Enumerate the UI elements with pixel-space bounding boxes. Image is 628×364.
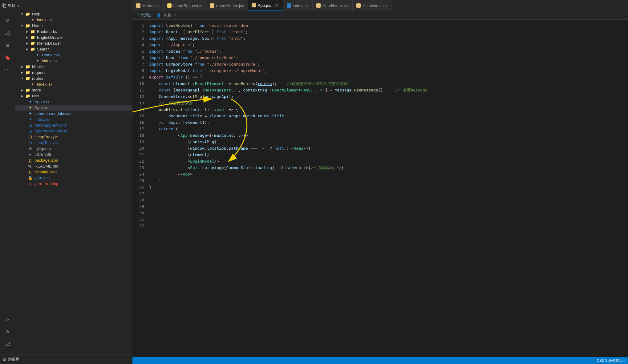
- tab-appjsx-label: App.jsx: [258, 3, 271, 8]
- file-reportwebvitals-label: reportWebVitals.ts: [34, 129, 67, 133]
- file-readme-label: README.md: [34, 164, 58, 168]
- folder-englishdrawer[interactable]: ▶ 📁 EnglishDrawer: [15, 34, 132, 40]
- code-line-20: document.title = element.props.match.rou…: [148, 113, 628, 119]
- file-tsconfig[interactable]: {} tsconfig.json: [15, 169, 132, 175]
- file-license[interactable]: ≡ LICENSE: [15, 152, 132, 157]
- file-common-css-label: common.module.css: [34, 111, 71, 116]
- file-help-index[interactable]: ✦ index.jsx: [15, 17, 132, 23]
- status-bar-text: CSDN @仰晨556: [597, 358, 626, 363]
- lock-file-icon: 🔒: [27, 176, 33, 180]
- code-line-9: import LoginModal from "./compontets/Log…: [148, 67, 628, 74]
- tab-icon-homerequest: [167, 3, 172, 8]
- tab-headindex[interactable]: Head\index.jsx: [313, 0, 353, 11]
- folder-bookmarks[interactable]: ▶ 📁 Bookmarks: [15, 29, 132, 34]
- file-readme[interactable]: M↓ README.md: [15, 163, 132, 169]
- folder-memodrawer[interactable]: ▶ 📁 MemoDrawer: [15, 40, 132, 46]
- bookmark-activity-icon[interactable]: 🔖: [2, 52, 13, 63]
- git-activity-icon[interactable]: ⎇: [2, 338, 13, 349]
- folder-icon-routes: 📁: [25, 76, 31, 81]
- ts-file-icon-report: ⊡: [27, 129, 33, 133]
- json-file-icon-ts: {}: [27, 170, 33, 174]
- folder-open-icon: 📁: [25, 12, 31, 16]
- tab-routesindex-label: routes\index.jsx: [216, 3, 244, 8]
- folder-home[interactable]: ▼ 📁 Home: [15, 23, 132, 29]
- file-explorer: ▼ 📁 Help ✦ index.jsx ▼ 📁 Home: [15, 11, 132, 364]
- code-line-6: import routes from "./routes";: [148, 48, 628, 55]
- project-label: 项目: [8, 3, 16, 8]
- folder-icon-englishdrawer: 📁: [30, 35, 36, 40]
- file-setupproxy[interactable]: ⊡ setupProxy.js: [15, 134, 132, 140]
- tab-memo[interactable]: Memo.jsx: [132, 0, 164, 11]
- file-gitignore[interactable]: ⊘ .gitignore: [15, 146, 132, 152]
- folder-memodrawer-label: MemoDrawer: [37, 41, 61, 46]
- folder-mobile[interactable]: ▶ 📁 Mobile: [15, 64, 132, 70]
- code-info-bar: 2 个用法 👤 仰晨 +1: [132, 11, 628, 20]
- tab-icon-memo: [136, 3, 140, 8]
- code-editor: 12345 678910 1112131415 1617181920 21222…: [132, 20, 628, 364]
- arrow-help: ▼: [20, 12, 25, 16]
- tab-memo-label: Memo.jsx: [142, 3, 160, 8]
- file-react-app-env[interactable]: ⊡ react-app-env.d.ts: [15, 122, 132, 128]
- file-index-tsx[interactable]: ✦ index.tsx: [15, 116, 132, 122]
- folder-utils-label: utils: [32, 94, 39, 98]
- file-reportwebvitals[interactable]: ⊡ reportWebVitals.ts: [15, 128, 132, 134]
- tab-routesindex[interactable]: routes\index.jsx: [206, 0, 248, 11]
- folder-icon-store: 📁: [25, 88, 31, 92]
- file-yarn-lock-label: yarn.lock: [34, 176, 51, 180]
- folder-icon-search: 📁: [30, 47, 36, 51]
- file-appjsx[interactable]: ✦ App.jsx: [15, 105, 132, 111]
- ts-file-icon-env: ⊡: [27, 123, 33, 127]
- user-icon: 👤: [156, 13, 161, 18]
- file-yarn-lock[interactable]: 🔒 yarn.lock: [15, 175, 132, 181]
- file-package-json[interactable]: {} package.json: [15, 157, 132, 163]
- file-common-css[interactable]: ✦ common.module.css: [15, 111, 132, 116]
- file-home-index[interactable]: ✦ index.jsx: [15, 58, 132, 64]
- folder-icon-bookmarks: 📁: [30, 29, 36, 34]
- css-file-icon-common: ✦: [27, 111, 33, 116]
- file-routes-index[interactable]: ✦ index.jsx: [15, 81, 132, 87]
- file-setuptests-label: setupTests.ts: [34, 140, 58, 145]
- tab-homerequest[interactable]: homeRequest.js: [164, 0, 206, 11]
- extensions-activity-icon[interactable]: ⊞: [2, 39, 13, 51]
- folder-routes[interactable]: ▼ 📁 routes: [15, 75, 132, 81]
- tab-bar: Memo.jsx homeRequest.js routes\index.jsx…: [132, 0, 628, 11]
- log-file-icon: ≡: [27, 181, 33, 186]
- folder-request[interactable]: ▶ 📁 request: [15, 70, 132, 75]
- folder-store[interactable]: ▶ 📁 store: [15, 87, 132, 93]
- tab-indextsx[interactable]: index.tsx: [283, 0, 313, 11]
- folder-utils[interactable]: ▶ 📁 utils: [15, 93, 132, 99]
- file-yarn-error[interactable]: ≡ yarn-error.log: [15, 181, 132, 187]
- file-routes-index-label: index.jsx: [37, 82, 53, 87]
- more-activity-icon[interactable]: ···: [2, 64, 13, 75]
- folder-open-icon-home: 📁: [25, 23, 31, 28]
- source-control-activity-icon[interactable]: ⎇: [2, 27, 13, 38]
- activity-bar: ⎘ ⌕ ⎇ ⊞ 🔖 ··· ⊳ ⊙ ⎇ ⚙: [0, 0, 15, 364]
- project-button[interactable]: ⎗ 项目 ∨: [2, 2, 20, 9]
- library-label: 外部库: [8, 357, 20, 362]
- file-setupproxy-label: setupProxy.js: [34, 135, 58, 139]
- folder-help[interactable]: ▼ 📁 Help: [15, 11, 132, 17]
- code-line-11: export default () => {: [148, 74, 628, 80]
- search-activity-icon[interactable]: ⌕: [2, 15, 13, 26]
- file-setuptests[interactable]: ⊡ setupTests.ts: [15, 140, 132, 146]
- tab-close-appjsx[interactable]: ✕: [274, 3, 279, 8]
- code-content: import {useRoutes} from 'react-router-do…: [148, 20, 628, 364]
- code-line-3: import {App, message, Spin} from "antd";: [148, 35, 628, 42]
- file-home-css-label: Home.css: [42, 53, 60, 57]
- file-appcss-label: App.css: [34, 99, 49, 104]
- file-gitignore-label: .gitignore: [34, 146, 51, 151]
- code-line-21: }, deps: [element]);: [148, 119, 628, 126]
- author-info: 仰晨 +1: [164, 13, 176, 18]
- remote-activity-icon[interactable]: ⊳: [2, 313, 13, 325]
- license-file-icon: ≡: [27, 152, 33, 157]
- code-line-5: import './App.css';: [148, 42, 628, 48]
- arrow-utils: ▶: [20, 94, 25, 98]
- file-appcss[interactable]: ✦ App.css: [15, 99, 132, 105]
- ignore-file-icon: ⊘: [27, 146, 33, 151]
- file-package-json-label: package.json: [34, 158, 58, 163]
- file-home-css[interactable]: ✦ Home.css: [15, 52, 132, 58]
- account-activity-icon[interactable]: ⊙: [2, 326, 13, 337]
- tab-helpindex[interactable]: Help\index.jsx: [353, 0, 391, 11]
- folder-search[interactable]: ▶ 📁 Search: [15, 46, 132, 52]
- tab-appjsx[interactable]: App.jsx ✕: [248, 0, 283, 11]
